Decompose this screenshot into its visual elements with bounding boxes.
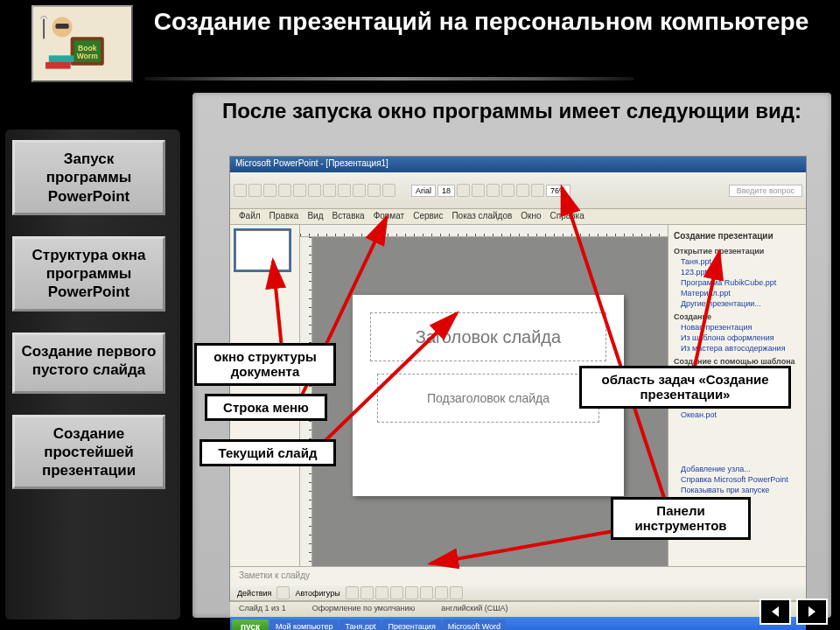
slide-nav xyxy=(760,598,828,625)
tp-link: Из мастера автосодержания xyxy=(674,343,801,354)
toolbar-icon xyxy=(420,586,433,599)
ruler-horizontal xyxy=(300,225,668,237)
svg-rect-5 xyxy=(46,62,71,69)
toolbar-icon xyxy=(278,184,291,197)
toolbar-icon xyxy=(375,586,388,599)
toolbar-icon xyxy=(435,586,448,599)
triangle-right-icon xyxy=(805,605,819,619)
pp-notes-pane: Заметки к слайду xyxy=(230,566,806,585)
nav-btn-structure[interactable]: Структура окна программы PowerPoint xyxy=(12,236,165,312)
toolbar-icon xyxy=(346,586,359,599)
content-panel: После запуска окно программы имеет следу… xyxy=(192,93,831,618)
toolbar-icon xyxy=(308,184,321,197)
menu-item: Файл xyxy=(239,211,261,222)
toolbar-icon xyxy=(360,586,374,599)
callout-outline: окно структуры документа xyxy=(194,343,336,386)
pp-titlebar: Microsoft PowerPoint - [Презентация1] xyxy=(230,157,806,172)
tp-link: Справка Microsoft PowerPoint xyxy=(674,474,801,485)
sidebar: Запуск программы PowerPoint Структура ок… xyxy=(12,88,180,489)
tp-link: Таня.ppt xyxy=(674,256,801,267)
align-icon xyxy=(531,184,544,197)
page-title: Создание презентаций на персональном ком… xyxy=(131,7,831,37)
svg-rect-8 xyxy=(55,24,68,29)
prev-slide-button[interactable] xyxy=(760,598,791,625)
toolbar-icon xyxy=(263,184,276,197)
toolbar-icon xyxy=(405,586,418,599)
tp-section: Создание с помощью шаблона xyxy=(674,354,801,367)
menu-item: Правка xyxy=(270,211,299,222)
status-lang: английский (США) xyxy=(441,604,508,615)
font-name-box: Arial xyxy=(411,185,436,197)
tp-link: Новая презентация xyxy=(674,322,801,332)
drawbar-actions: Действия xyxy=(234,589,275,598)
toolbar-icon xyxy=(368,184,381,197)
bookworm-logo: Book Worm xyxy=(32,5,133,82)
align-icon xyxy=(516,184,529,197)
tp-section: Создание xyxy=(674,309,801,322)
tp-link: Программа RubikCube.ppt xyxy=(674,277,801,288)
underline-icon xyxy=(486,184,500,197)
svg-text:Book: Book xyxy=(78,44,97,52)
tp-link: Другие презентации... xyxy=(674,298,801,309)
menu-item: Окно xyxy=(521,211,541,222)
callout-taskpane: область задач «Создание презентации» xyxy=(579,366,791,409)
bookworm-icon: Book Worm xyxy=(33,7,131,80)
svg-text:Worm: Worm xyxy=(77,52,99,60)
toolbar-icon xyxy=(248,184,262,197)
toolbar-icon xyxy=(450,586,463,599)
toolbar-icon xyxy=(293,184,306,197)
nav-btn-launch[interactable]: Запуск программы PowerPoint xyxy=(12,140,165,215)
italic-icon xyxy=(472,184,485,197)
triangle-left-icon xyxy=(768,605,782,619)
toolbar-icon xyxy=(234,184,247,197)
menu-item: Показ слайдов xyxy=(452,211,512,222)
toolbar-icon xyxy=(390,586,403,599)
ask-question-box: Введите вопрос xyxy=(729,185,802,197)
tp-section: Открытие презентации xyxy=(674,243,801,256)
slide-title-placeholder: Заголовок слайда xyxy=(370,312,606,361)
callout-current-slide: Текущий слайд xyxy=(200,439,336,466)
callout-menubar: Строка меню xyxy=(205,394,327,421)
tp-link: Материал.ppt xyxy=(674,288,801,298)
zoom-box: 76% xyxy=(546,185,570,197)
taskbar-item: Презентация xyxy=(382,620,440,630)
menu-item: Вставка xyxy=(332,211,364,222)
toolbar-icon xyxy=(382,184,396,197)
tp-link: Океан.pot xyxy=(674,410,801,420)
start-button: пуск xyxy=(232,620,269,631)
status-design: Оформление по умолчанию xyxy=(312,604,416,615)
font-size-box: 18 xyxy=(438,185,455,197)
tp-link: Показывать при запуске xyxy=(674,485,801,495)
pp-menubar: Файл Правка Вид Вставка Формат Сервис По… xyxy=(230,209,806,225)
pp-toolbar-standard: Arial 18 76% Введите вопрос xyxy=(230,172,806,209)
menu-item: Вид xyxy=(307,211,323,222)
next-slide-button[interactable] xyxy=(796,598,828,625)
svg-rect-6 xyxy=(49,55,74,62)
pp-drawing-toolbar: Действия Автофигуры xyxy=(230,585,806,601)
status-slide: Слайд 1 из 1 xyxy=(239,604,286,615)
taskbar-item: Мой компьютер xyxy=(270,620,339,630)
nav-btn-simple-pres[interactable]: Создание простейшей презентации xyxy=(12,415,165,490)
pp-status-bar: Слайд 1 из 1 Оформление по умолчанию анг… xyxy=(230,601,806,617)
align-icon xyxy=(501,184,514,197)
tp-link: Из шаблона оформления xyxy=(674,332,801,343)
slide-subtitle-placeholder: Подзаголовок слайда xyxy=(377,374,599,423)
menu-item: Сервис xyxy=(413,211,443,222)
menu-item: Справка xyxy=(550,211,584,222)
title-underline xyxy=(144,77,634,80)
toolbar-icon xyxy=(323,184,336,197)
taskpane-header: Создание презентации xyxy=(674,228,801,243)
toolbar-icon xyxy=(338,184,351,197)
bold-icon xyxy=(457,184,470,197)
taskbar-item: Microsoft Word xyxy=(443,620,506,630)
drawbar-autoshapes: Автофигуры xyxy=(291,589,343,598)
toolbar-icon xyxy=(353,184,366,197)
tp-link: 123.ppt xyxy=(674,267,801,277)
nav-btn-first-slide[interactable]: Создание первого пустого слайда xyxy=(12,332,165,394)
menu-item: Формат xyxy=(374,211,405,222)
content-heading: После запуска окно программы имеет следу… xyxy=(192,93,831,131)
taskbar-item: Таня.ppt xyxy=(340,620,381,630)
toolbar-icon xyxy=(276,586,290,599)
tp-link: Добавление узла... xyxy=(674,464,801,474)
callout-toolbars: Панели инструментов xyxy=(611,497,751,540)
